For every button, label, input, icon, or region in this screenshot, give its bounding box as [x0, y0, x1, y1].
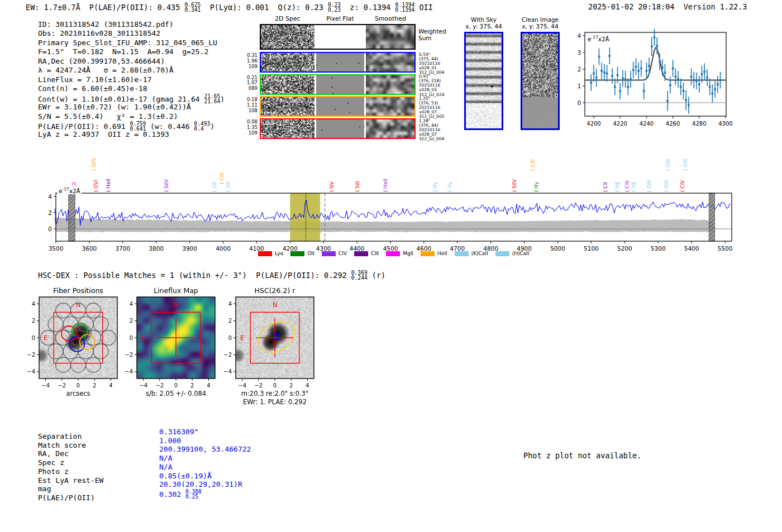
spectrum-unit-label: e-17x2Å — [58, 186, 82, 194]
match-row-value: N/A — [159, 463, 172, 471]
cutout-fiber: NE−4−4−2−2002244 — [39, 297, 117, 378]
text-segment: ID: 3011318542 (3011318542.pdf) — [38, 20, 174, 28]
match-row-label: Photo z — [38, 467, 69, 476]
svg-text:5400: 5400 — [684, 245, 699, 252]
svg-text:−4: −4 — [223, 368, 232, 375]
svg-text:4: 4 — [32, 301, 35, 307]
svg-text:2: 2 — [578, 66, 581, 73]
emission-line-label: ( OIII — [683, 159, 688, 171]
text-segment: λ = 4247.24Å σ = 2.88(±0.70)Å — [38, 66, 174, 74]
svg-text:3700: 3700 — [115, 245, 130, 252]
svg-text:4: 4 — [130, 301, 133, 307]
text-segment: ) — [220, 95, 225, 103]
legend-item: HeII — [421, 251, 447, 256]
pixel-flat-image — [316, 53, 364, 71]
info-line: LineFlux = 7.10(±1.60)e-17 — [38, 75, 152, 84]
phot-z-note: Phot z plot not available. — [523, 451, 641, 460]
svg-text:−2: −2 — [58, 382, 66, 389]
emission-line-label: ( Hβ — [631, 181, 636, 192]
svg-text:−4: −4 — [139, 382, 147, 389]
svg-text:2: 2 — [228, 318, 232, 324]
pixel-flat-image — [316, 75, 364, 94]
spec2d-image — [261, 25, 314, 49]
emission-line-label: ( NV — [329, 181, 335, 192]
text-segment: 200.399100, 53.466722 — [159, 445, 251, 453]
legend-item: MgII — [386, 251, 413, 256]
cutout-xlabel: s/b: 2.05 +/- 0.084 — [120, 390, 232, 397]
fiber-row-id: 1.28"(376, 44)20210116v028_07312_LU_004 — [419, 119, 455, 141]
svg-text:4: 4 — [48, 193, 52, 200]
svg-text:0: 0 — [578, 100, 581, 106]
match-row-label: Est LyA rest-EW — [38, 476, 103, 485]
text-segment: P(Lyα): 0.001 Q(z): 0.23 — [201, 3, 328, 12]
text-segment: EWr = 3.10(±0.72) (w: 1.90(±0.42))Å — [38, 103, 191, 111]
match-row-value: 200.399100, 53.466722 — [159, 445, 251, 453]
legend-swatch — [322, 251, 336, 256]
match-row-label: Match score — [38, 441, 86, 449]
image-panel-coords: x, y: 375, 44 — [512, 23, 568, 30]
legend-swatch — [258, 251, 272, 256]
info-line: EWr = 3.10(±0.72) (w: 1.90(±0.42))Å — [38, 103, 191, 111]
legend-label: (H)CaII — [512, 251, 530, 256]
emission-line-label: ( CIII — [624, 180, 630, 192]
fiber-row-weights: 0.181.11108 — [239, 97, 258, 113]
text-segment: Obs: 20210116v028_3011318542 — [38, 29, 160, 37]
info-line: λ = 4247.24Å σ = 2.88(±0.70)Å — [38, 66, 174, 74]
image-panel-coords: x, y: 375, 44 — [456, 23, 512, 30]
svg-text:−2: −2 — [223, 352, 232, 358]
weighted-sum-label: Weighted Sum — [418, 28, 454, 41]
svg-text:1: 1 — [578, 83, 581, 89]
line-fit-zoom-chart: 42004220424042604280430001234 — [573, 16, 746, 134]
pixel-flat-image — [316, 25, 364, 49]
svg-text:0: 0 — [174, 382, 178, 389]
spec2d-image — [261, 119, 314, 138]
stacked-uncertainty: 0.3690.244 — [351, 270, 368, 281]
svg-text:5300: 5300 — [651, 245, 666, 252]
match-row-value: 0.85(±0.19)Å — [159, 472, 212, 480]
svg-text:0: 0 — [32, 335, 35, 341]
svg-text:3: 3 — [578, 50, 581, 56]
text-segment: (r) — [368, 271, 386, 280]
cutout-hsc: NE−4−4−2−2002244 — [236, 297, 314, 378]
fiber-row-id: 1.25"(376, 53)20210116v028_07312_LU_005 — [419, 97, 455, 119]
match-row-value: N/A — [159, 454, 172, 462]
spec2d-image — [261, 75, 314, 94]
legend-item: OII — [290, 251, 314, 256]
svg-text:4240: 4240 — [640, 121, 654, 127]
emission-line-label: ( OIII — [665, 159, 671, 171]
svg-text:5000: 5000 — [550, 245, 565, 252]
emission-line-label: ( SiIV — [91, 157, 97, 171]
legend-label: (K)CaII — [471, 251, 488, 256]
text-segment: OII — [414, 3, 433, 12]
stacked-uncertainty: 0.3880.25 — [185, 489, 202, 500]
text-segment: P(LAE)/P(OII): 0.691 — [38, 122, 130, 131]
sky-image-box — [464, 32, 503, 130]
svg-text:4200: 4200 — [586, 121, 600, 127]
text-segment: HSC-DEX : Possible Matches = 1 (within +… — [38, 271, 351, 280]
text-segment: (w: 0.446 — [146, 122, 194, 131]
fiber-row-id: 0.91"(376, 218)20210116v028_03312_LU_024 — [419, 74, 455, 97]
svg-text:4: 4 — [207, 382, 210, 389]
pixel-flat-image — [316, 97, 364, 116]
emission-line-label: ( CIV — [219, 172, 225, 184]
spec2d-image — [261, 53, 314, 71]
text-segment: F=1.5" T=0.182 N=1.15 A=0.94 g=25.2 — [38, 47, 208, 56]
emission-line-label: ( OII — [212, 181, 217, 192]
emission-line-label: ( OIII — [646, 180, 652, 192]
match-row-value: 20.30(20.29,20.31)R — [159, 480, 242, 488]
svg-text:4: 4 — [578, 33, 581, 39]
zoom-chart-unit-label: e-17x2Å — [588, 35, 609, 42]
text-segment: LyA z = 2.4937 OII z = 0.1393 — [38, 130, 169, 138]
svg-text:5100: 5100 — [584, 245, 599, 252]
smoothed-image — [366, 97, 414, 116]
svg-text:4300: 4300 — [718, 121, 732, 127]
svg-text:2: 2 — [289, 382, 293, 389]
smoothed-image — [366, 25, 414, 49]
cutout-xlabel: arcsecs — [22, 390, 134, 397]
legend-item: CIV — [322, 251, 347, 256]
emission-line-label: ( HeII — [106, 179, 111, 192]
pixel-flat-image — [316, 119, 364, 138]
spec2d-fiber-row — [260, 118, 416, 139]
svg-text:0: 0 — [228, 335, 232, 341]
text-segment: 0.302 — [159, 490, 185, 499]
